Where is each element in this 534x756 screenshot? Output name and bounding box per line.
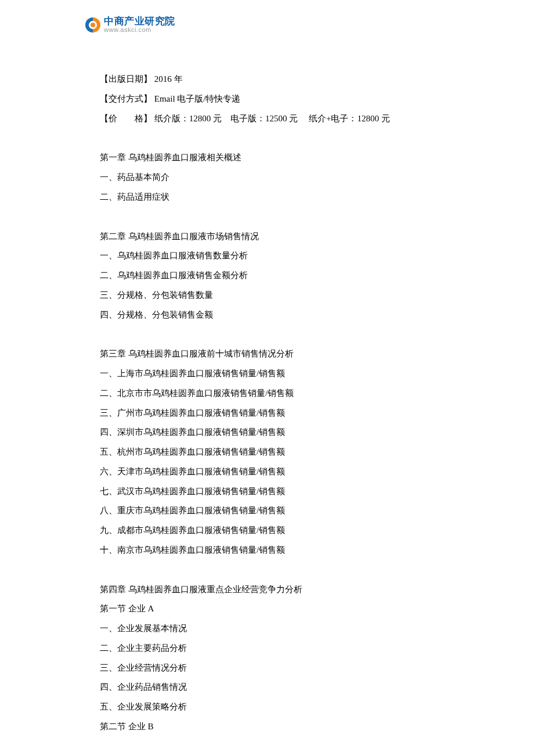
meta-price-value: 纸介版：12800 元 电子版：12500 元 纸介+电子：12800 元: [152, 114, 390, 123]
chapter-3: 第三章 乌鸡桂圆养血口服液前十城市销售情况分析 一、上海市乌鸡桂圆养血口服液销售…: [100, 344, 448, 560]
toc-item: 九、成都市乌鸡桂圆养血口服液销售销量/销售额: [100, 521, 448, 541]
chapter-title: 第二章 乌鸡桂圆养血口服液市场销售情况: [100, 227, 448, 247]
toc-item: 三、企业经营情况分析: [100, 658, 448, 678]
toc-item: 十、南京市乌鸡桂圆养血口服液销售销量/销售额: [100, 541, 448, 560]
toc-item: 五、杭州市乌鸡桂圆养血口服液销售销量/销售额: [100, 442, 448, 462]
chapter-title: 第一章 乌鸡桂圆养血口服液相关概述: [100, 148, 448, 168]
svg-point-0: [91, 23, 95, 27]
logo-name-en: www.askci.com: [104, 26, 175, 33]
toc-item: 二、乌鸡桂圆养血口服液销售金额分析: [100, 266, 448, 286]
logo-name-cn: 中商产业研究院: [104, 16, 175, 26]
toc-item: 一、乌鸡桂圆养血口服液销售数量分析: [100, 246, 448, 266]
meta-price: 【价 格】 纸介版：12800 元 电子版：12500 元 纸介+电子：1280…: [100, 109, 448, 129]
chapter-2: 第二章 乌鸡桂圆养血口服液市场销售情况 一、乌鸡桂圆养血口服液销售数量分析 二、…: [100, 227, 448, 325]
toc-item: 二、企业主要药品分析: [100, 639, 448, 658]
meta-delivery-value: Email 电子版/特快专递: [152, 94, 241, 103]
toc-item: 八、重庆市乌鸡桂圆养血口服液销售销量/销售额: [100, 501, 448, 521]
toc-item: 五、企业发展策略分析: [100, 697, 448, 717]
meta-delivery: 【交付方式】 Email 电子版/特快专递: [100, 89, 448, 109]
toc-item: 四、分规格、分包装销售金额: [100, 305, 448, 325]
meta-price-label: 【价 格】: [100, 114, 152, 123]
toc-item: 二、药品适用症状: [100, 188, 448, 207]
toc-item: 一、上海市乌鸡桂圆养血口服液销售销量/销售额: [100, 364, 448, 384]
toc-item: 四、企业药品销售情况: [100, 678, 448, 697]
toc-item: 第一节 企业 A: [100, 599, 448, 619]
meta-delivery-label: 【交付方式】: [100, 94, 152, 103]
table-of-contents: 第一章 乌鸡桂圆养血口服液相关概述 一、药品基本简介 二、药品适用症状 第二章 …: [100, 148, 448, 736]
toc-item: 第二节 企业 B: [100, 717, 448, 737]
toc-item: 一、企业发展基本情况: [100, 619, 448, 639]
meta-pub-date: 【出版日期】 2016 年: [100, 70, 448, 89]
document-body: 【出版日期】 2016 年 【交付方式】 Email 电子版/特快专递 【价 格…: [100, 70, 448, 737]
meta-pub-date-value: 2016 年: [152, 74, 183, 84]
chapter-4: 第四章 乌鸡桂圆养血口服液重点企业经营竞争力分析 第一节 企业 A 一、企业发展…: [100, 580, 448, 737]
toc-item: 二、北京市市乌鸡桂圆养血口服液销售销量/销售额: [100, 384, 448, 404]
toc-item: 六、天津市乌鸡桂圆养血口服液销售销量/销售额: [100, 462, 448, 482]
toc-item: 一、药品基本简介: [100, 168, 448, 188]
meta-pub-date-label: 【出版日期】: [100, 74, 152, 84]
chapter-title: 第三章 乌鸡桂圆养血口服液前十城市销售情况分析: [100, 344, 448, 364]
chapter-title: 第四章 乌鸡桂圆养血口服液重点企业经营竞争力分析: [100, 580, 448, 600]
logo-icon: [84, 16, 102, 34]
toc-item: 四、深圳市乌鸡桂圆养血口服液销售销量/销售额: [100, 423, 448, 442]
toc-item: 三、分规格、分包装销售数量: [100, 286, 448, 305]
toc-item: 七、武汉市乌鸡桂圆养血口服液销售销量/销售额: [100, 482, 448, 502]
logo: 中商产业研究院 www.askci.com: [84, 16, 175, 34]
toc-item: 三、广州市乌鸡桂圆养血口服液销售销量/销售额: [100, 404, 448, 423]
chapter-1: 第一章 乌鸡桂圆养血口服液相关概述 一、药品基本简介 二、药品适用症状: [100, 148, 448, 207]
